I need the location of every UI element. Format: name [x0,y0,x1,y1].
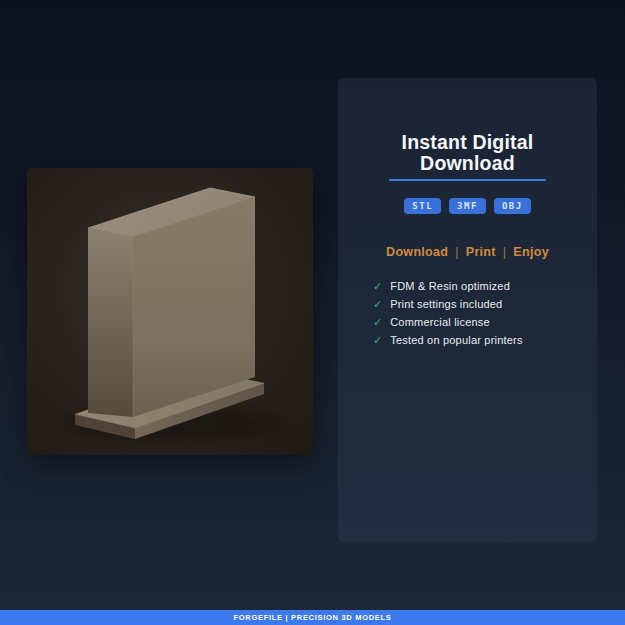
feature-label: Tested on popular printers [390,335,522,346]
info-panel: Instant Digital Download STL 3MF OBJ Dow… [338,78,597,542]
page-title: Instant Digital Download [375,132,560,174]
feature-label: Print settings included [390,299,502,310]
list-item: ✓ Commercial license [373,317,597,328]
feature-list: ✓ FDM & Resin optimized ✓ Print settings… [338,281,597,346]
feature-label: Commercial license [390,317,490,328]
product-image-card [27,168,313,455]
tagline-item-download: Download [386,245,448,259]
format-badges: STL 3MF OBJ [338,198,597,214]
tagline-item-print: Print [466,245,496,259]
list-item: ✓ FDM & Resin optimized [373,281,597,292]
check-icon: ✓ [373,335,382,346]
check-icon: ✓ [373,281,382,292]
tagline: Download|Print|Enjoy [338,245,597,259]
format-badge-obj[interactable]: OBJ [494,198,531,214]
check-icon: ✓ [373,317,382,328]
format-badge-stl[interactable]: STL [404,198,441,214]
3d-model-render-icon [27,168,313,455]
list-item: ✓ Tested on popular printers [373,335,597,346]
feature-label: FDM & Resin optimized [390,281,510,292]
footer-text: FORGEFILE | PRECISION 3D MODELS [234,613,392,622]
check-icon: ✓ [373,299,382,310]
format-badge-3mf[interactable]: 3MF [449,198,486,214]
title-underline [389,179,546,181]
footer-brand-bar: FORGEFILE | PRECISION 3D MODELS [0,610,625,625]
tagline-item-enjoy: Enjoy [513,245,549,259]
tagline-separator: | [448,245,466,259]
list-item: ✓ Print settings included [373,299,597,310]
tagline-separator: | [496,245,514,259]
